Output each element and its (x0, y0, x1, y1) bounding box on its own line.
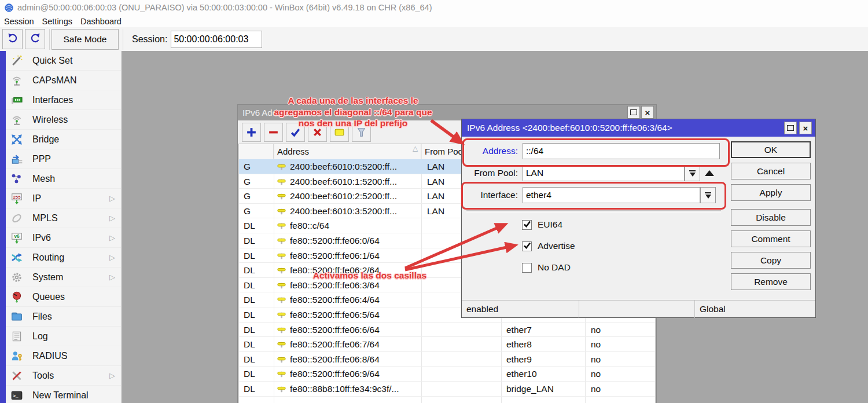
address-cell: fe80::5200:ff:fe06:6/64 (290, 323, 422, 337)
ppp-icon (10, 153, 23, 166)
sidebar-item-ip[interactable]: 255IP▷ (6, 189, 121, 208)
table-row[interactable]: DLfe80::5200:ff:fe06:9/64ether10no (239, 367, 655, 382)
sort-ascending-icon[interactable]: △ (413, 144, 418, 152)
flags-cell: DL (244, 323, 273, 337)
sidebar-item-queues[interactable]: Queues (6, 287, 121, 307)
sidebar: Quick SetCAPsMANInterfacesWirelessBridge… (0, 51, 122, 403)
sidebar-item-ppp[interactable]: PPP (6, 149, 121, 169)
sidebar-item-label: System (32, 272, 63, 283)
sidebar-item-label: Mesh (32, 174, 55, 184)
ipv6-address-icon (276, 324, 288, 336)
disable-button[interactable]: Disable (731, 209, 811, 226)
session-input[interactable] (171, 31, 262, 48)
address-cell: 2400:beef:6010:2:5200:ff... (290, 189, 422, 203)
eui64-checkbox[interactable] (522, 220, 532, 230)
sidebar-item-radius[interactable]: RADIUS (6, 346, 121, 366)
radius-icon (10, 350, 23, 362)
list-close-button[interactable]: × (641, 106, 654, 119)
apply-button[interactable]: Apply (731, 184, 811, 201)
address-cell: 2400:beef:6010:3:5200:ff... (290, 204, 422, 218)
dropdown-arrow-icon (690, 173, 696, 177)
interface-cell: ether10 (506, 367, 584, 381)
status-enabled: enabled (462, 301, 579, 318)
interface-cell: bridge_LAN (506, 382, 584, 396)
dropdown-arrow-icon (705, 195, 711, 199)
flags-cell: DL (244, 382, 273, 396)
flags-cell: DL (244, 307, 273, 322)
address-cell: fe80::5200:ff:fe06:4/64 (290, 292, 422, 307)
table-row[interactable]: DLfe80::5200:ff:fe06:7/64ether8no (239, 337, 655, 352)
sidebar-item-ipv6[interactable]: v6IPv6▷ (6, 228, 121, 248)
status-global: Global (695, 301, 815, 318)
sidebar-item-files[interactable]: Files (6, 307, 121, 327)
submenu-arrow-icon: ▷ (109, 233, 115, 242)
ok-button[interactable]: OK (731, 141, 811, 158)
interface-dropdown-button[interactable] (700, 187, 716, 203)
sidebar-item-label: New Terminal (32, 390, 89, 401)
dialog-separator (466, 210, 721, 213)
menu-dashboard[interactable]: Dashboard (80, 17, 122, 26)
menu-session[interactable]: Session (4, 17, 34, 26)
sidebar-item-quick-set[interactable]: Quick Set (6, 51, 121, 71)
submenu-arrow-icon: ▷ (109, 214, 115, 222)
comment-button[interactable]: Comment (731, 230, 811, 247)
copy-button[interactable]: Copy (731, 252, 811, 269)
sidebar-item-log[interactable]: Log (6, 327, 121, 346)
address-cell: fe80::88b8:10ff:fe34:9c3f/... (290, 382, 422, 396)
sidebar-item-interfaces[interactable]: Interfaces (6, 90, 121, 110)
sidebar-item-mpls[interactable]: MPLS▷ (6, 208, 121, 228)
address-cell: fe80::5200:ff:fe06:5/64 (290, 307, 422, 322)
address-cell: fe80::5200:ff:fe06:1/64 (290, 248, 422, 263)
flags-cell: DL (244, 233, 273, 248)
undo-icon (6, 32, 19, 47)
sidebar-item-tools[interactable]: Tools▷ (6, 366, 121, 386)
mpls-icon (10, 212, 23, 225)
table-row[interactable]: DLfe80::88b8:10ff:fe34:9c3f/...bridge_LA… (239, 382, 655, 397)
remove-button[interactable]: Remove (731, 273, 811, 290)
table-row[interactable]: DLfe80::5200:ff:fe06:6/64ether7no (239, 323, 655, 338)
dialog-maximize-button[interactable] (784, 122, 797, 134)
sidebar-item-label: Tools (32, 371, 54, 381)
no-dad-checkbox[interactable] (522, 263, 532, 273)
column-header-address[interactable]: Address (274, 144, 421, 159)
list-maximize-button[interactable] (627, 106, 640, 119)
from-pool-field-input[interactable] (523, 165, 685, 181)
sidebar-item-new-terminal[interactable]: >_New Terminal (6, 386, 121, 403)
dialog-close-button[interactable]: × (799, 122, 812, 134)
svg-text:>_: >_ (13, 394, 19, 398)
sidebar-item-routing[interactable]: Routing▷ (6, 248, 121, 268)
submenu-arrow-icon: ▷ (109, 273, 115, 281)
interface-field-input[interactable] (523, 187, 700, 203)
safe-mode-button[interactable]: Safe Mode (52, 29, 119, 50)
close-icon: × (645, 108, 650, 117)
sidebar-item-mesh[interactable]: Mesh (6, 169, 121, 189)
from-pool-cell (427, 323, 501, 337)
sidebar-item-wireless[interactable]: Wireless (6, 110, 121, 130)
eui64-checkbox-row: EUI64 (522, 219, 562, 230)
from-pool-field-label: From Pool: (462, 165, 518, 181)
menu-settings[interactable]: Settings (42, 17, 72, 26)
sidebar-item-bridge[interactable]: Bridge (6, 130, 121, 149)
from-pool-collapse-arrow-icon[interactable] (705, 170, 714, 176)
sidebar-item-label: RADIUS (32, 351, 67, 361)
app-titlebar: admin@50:00:00:06:00:03 (ONU_PARAISO) vi… (0, 0, 868, 15)
eui64-checkbox-label: EUI64 (538, 219, 562, 230)
advertise-checkbox[interactable] (522, 241, 532, 251)
undo-button[interactable] (2, 29, 23, 49)
cancel-button[interactable]: Cancel (731, 163, 811, 179)
from-pool-dropdown-button[interactable] (685, 165, 700, 181)
dialog-titlebar[interactable]: IPv6 Address <2400:beef:6010:0:5200:ff:f… (462, 119, 815, 137)
table-row[interactable]: DLfe80::5200:ff:fe06:8/64ether9no (239, 352, 655, 367)
advertise-cell: no (591, 382, 653, 396)
address-field-input[interactable] (523, 143, 720, 159)
ipv6-address-icon (276, 220, 288, 232)
sidebar-item-capsman[interactable]: CAPsMAN (6, 71, 121, 90)
bridge-icon (10, 133, 23, 146)
no-dad-checkbox-label: No DAD (538, 262, 571, 273)
sidebar-item-system[interactable]: System▷ (6, 268, 121, 287)
sidebar-item-label: Files (32, 312, 52, 322)
address-field-label: Address: (462, 143, 518, 159)
redo-button[interactable] (25, 29, 45, 49)
sidebar-item-label: Interfaces (32, 95, 73, 105)
column-header-flags[interactable] (239, 144, 274, 159)
